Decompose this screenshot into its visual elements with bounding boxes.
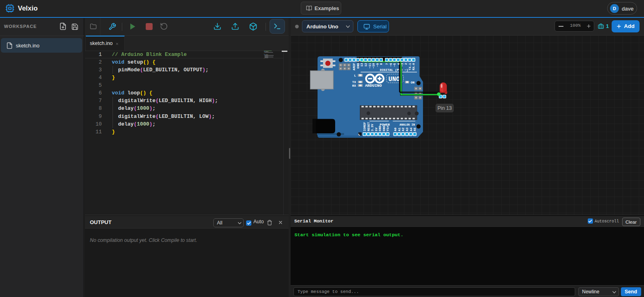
- svg-text:~11: ~11: [368, 63, 372, 68]
- svg-text:RX←0: RX←0: [412, 63, 415, 71]
- svg-text:ON: ON: [411, 81, 415, 84]
- svg-text:~9: ~9: [376, 63, 379, 67]
- svg-text:7: 7: [385, 63, 389, 65]
- svg-text:ARDUINO: ARDUINO: [365, 83, 382, 88]
- svg-text:GND: GND: [383, 126, 386, 131]
- svg-text:A2: A2: [402, 127, 405, 131]
- svg-text:UNO: UNO: [389, 76, 400, 83]
- svg-text:3.3V: 3.3V: [371, 124, 374, 131]
- svg-text:4: 4: [397, 63, 400, 65]
- svg-text:12: 12: [364, 63, 368, 67]
- svg-text:AREF: AREF: [353, 63, 356, 71]
- svg-text:13: 13: [361, 63, 364, 67]
- svg-text:2: 2: [405, 63, 408, 65]
- svg-text:~5: ~5: [393, 63, 396, 67]
- svg-text:RESET: RESET: [367, 122, 370, 131]
- svg-text:IOREF: IOREF: [363, 122, 367, 131]
- svg-text:L: L: [354, 74, 356, 77]
- svg-text:A4: A4: [410, 127, 413, 131]
- svg-text:TX→1: TX→1: [408, 63, 412, 71]
- svg-text:ANALOG IN: ANALOG IN: [400, 123, 415, 126]
- svg-text:Vin: Vin: [387, 126, 390, 131]
- svg-text:DIGITAL (PWM ~): DIGITAL (PWM ~): [380, 68, 408, 72]
- svg-text:~3: ~3: [401, 63, 404, 67]
- svg-text:~10: ~10: [372, 63, 375, 68]
- svg-text:A5: A5: [413, 127, 417, 131]
- svg-text:A0: A0: [394, 127, 397, 131]
- svg-text:5V: 5V: [375, 127, 378, 131]
- svg-text:A1: A1: [398, 127, 401, 131]
- svg-text:GND: GND: [357, 63, 360, 68]
- svg-text:Pin 13: Pin 13: [438, 105, 452, 111]
- svg-text:~6: ~6: [389, 63, 393, 67]
- svg-text:A3: A3: [406, 127, 409, 131]
- svg-text:GND: GND: [379, 126, 382, 131]
- svg-text:8: 8: [380, 63, 383, 65]
- svg-text:RX: RX: [352, 84, 356, 88]
